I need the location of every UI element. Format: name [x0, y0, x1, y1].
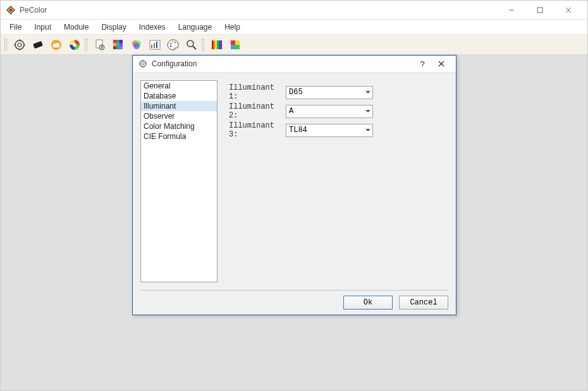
menu-display[interactable]: Display: [95, 21, 132, 33]
illuminant-1-label: Illuminant 1:: [229, 83, 286, 101]
menu-help[interactable]: Help: [218, 21, 247, 33]
palette-icon[interactable]: [165, 37, 181, 53]
svg-rect-49: [231, 40, 235, 45]
svg-rect-26: [119, 43, 123, 46]
color-circle-icon[interactable]: [66, 37, 83, 53]
svg-rect-43: [212, 40, 214, 49]
palette-doc-icon[interactable]: [92, 37, 108, 53]
titlebar: PeColor: [1, 1, 587, 20]
category-illuminant[interactable]: Illuminant: [141, 101, 217, 111]
illuminant-3-row: Illuminant 3: TL84: [229, 123, 448, 137]
chart-icon[interactable]: [147, 37, 163, 53]
svg-point-32: [133, 43, 140, 49]
menu-language[interactable]: Language: [172, 21, 218, 33]
dialog-body: General Database Illuminant Observer Col…: [133, 73, 456, 290]
illuminant-3-value: TL84: [289, 126, 307, 135]
illuminant-1-select[interactable]: D65: [286, 86, 373, 99]
gear-star-icon[interactable]: [11, 37, 28, 53]
svg-rect-25: [116, 43, 119, 46]
color-block-icon[interactable]: [227, 37, 243, 53]
svg-point-40: [170, 45, 172, 47]
window-title: PeColor: [20, 6, 47, 15]
maximize-button[interactable]: [525, 1, 554, 19]
category-general[interactable]: General: [141, 81, 217, 91]
category-color-matching[interactable]: Color Matching: [141, 121, 217, 131]
dialog-gear-icon: [138, 59, 148, 69]
svg-point-15: [73, 43, 77, 47]
svg-point-38: [172, 40, 174, 42]
minimize-button[interactable]: [497, 1, 525, 19]
menu-input[interactable]: Input: [28, 21, 58, 33]
folder-icon[interactable]: [48, 37, 64, 53]
category-list[interactable]: General Database Illuminant Observer Col…: [140, 80, 217, 282]
content-area: Configuration ? General Database Illumin…: [1, 55, 587, 390]
illuminant-2-select[interactable]: A: [286, 105, 373, 118]
toolbar: [1, 35, 587, 55]
svg-rect-13: [33, 40, 43, 48]
spectrum-icon[interactable]: [209, 37, 225, 53]
dialog-title: Configuration: [152, 59, 197, 68]
venn-icon[interactable]: [128, 37, 145, 53]
menu-indexes[interactable]: Indexes: [133, 21, 172, 33]
svg-point-41: [187, 40, 193, 47]
svg-rect-36: [156, 42, 157, 48]
svg-rect-29: [119, 46, 123, 49]
category-observer[interactable]: Observer: [141, 111, 217, 121]
svg-rect-21: [113, 40, 116, 43]
chevron-down-icon: [365, 129, 371, 131]
svg-point-20: [101, 47, 102, 49]
svg-rect-23: [119, 40, 123, 43]
illuminant-2-label: Illuminant 2:: [229, 102, 286, 120]
toolbar-separator-2: [202, 39, 204, 51]
magnifier-icon[interactable]: [183, 37, 200, 53]
svg-rect-24: [113, 43, 116, 46]
svg-point-54: [142, 63, 144, 65]
category-cie-formula[interactable]: CIE Formula: [141, 131, 217, 141]
ok-button[interactable]: Ok: [343, 296, 393, 310]
configuration-dialog: Configuration ? General Database Illumin…: [132, 55, 456, 315]
svg-rect-28: [116, 46, 119, 49]
toolbar-separator: [85, 39, 87, 51]
chevron-down-icon: [365, 91, 371, 93]
svg-line-42: [193, 46, 196, 49]
illuminant-1-row: Illuminant 1: D65: [229, 85, 448, 99]
toolbar-grip: [4, 39, 7, 51]
svg-rect-27: [113, 46, 116, 49]
illuminant-3-select[interactable]: TL84: [286, 124, 373, 137]
dialog-footer: Ok Cancel: [133, 291, 456, 315]
svg-point-39: [175, 41, 176, 43]
chevron-down-icon: [365, 110, 371, 112]
menu-file[interactable]: File: [3, 21, 28, 33]
app-icon: [6, 5, 16, 15]
svg-rect-45: [215, 40, 217, 49]
svg-point-8: [18, 43, 21, 47]
menubar: File Input Module Display Indexes Langua…: [1, 20, 587, 35]
grid-icon[interactable]: [110, 37, 126, 53]
svg-point-7: [15, 40, 24, 49]
illuminant-2-value: A: [289, 107, 293, 116]
menu-module[interactable]: Module: [58, 21, 95, 33]
svg-rect-51: [231, 45, 235, 49]
svg-rect-52: [235, 45, 240, 49]
illuminant-1-value: D65: [289, 88, 303, 97]
svg-rect-46: [217, 40, 219, 49]
form-area: Illuminant 1: D65 Illuminant 2: A: [229, 80, 448, 282]
close-button[interactable]: [554, 1, 582, 19]
illuminant-2-row: Illuminant 2: A: [229, 104, 448, 118]
svg-rect-48: [221, 40, 223, 49]
category-database[interactable]: Database: [141, 91, 217, 101]
svg-point-37: [170, 42, 172, 44]
swatch-icon[interactable]: [30, 37, 46, 53]
svg-rect-47: [219, 40, 221, 49]
illuminant-3-label: Illuminant 3:: [229, 121, 286, 139]
svg-rect-44: [214, 40, 216, 49]
svg-point-18: [101, 45, 102, 47]
main-window: PeColor File Input Module Display Indexe…: [0, 0, 588, 391]
svg-rect-4: [537, 8, 542, 13]
dialog-titlebar: Configuration ?: [133, 56, 456, 73]
cancel-button[interactable]: Cancel: [399, 296, 448, 310]
svg-rect-34: [151, 45, 152, 48]
svg-rect-50: [235, 40, 240, 45]
dialog-close-button[interactable]: [432, 56, 451, 72]
dialog-help-button[interactable]: ?: [413, 56, 432, 72]
